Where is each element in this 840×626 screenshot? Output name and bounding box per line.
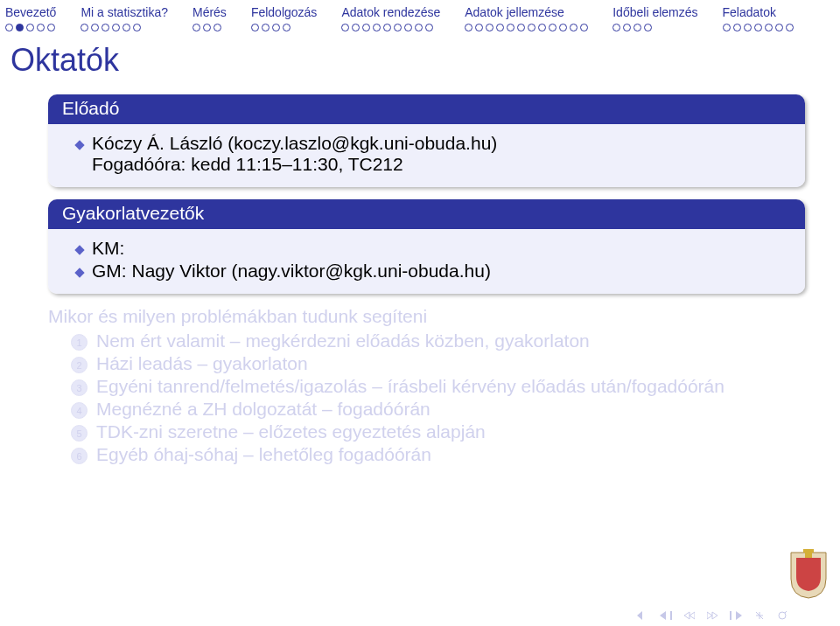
nav-toggle-icon[interactable] (754, 610, 765, 621)
nav-pip[interactable] (352, 24, 360, 31)
nav-pip[interactable] (5, 24, 13, 31)
nav-pip[interactable] (192, 24, 200, 31)
nav-pip[interactable] (415, 24, 423, 31)
nav-pip[interactable] (214, 24, 221, 31)
nav-pip[interactable] (373, 24, 381, 31)
nav-circle-icon[interactable] (777, 610, 788, 621)
nav-pip[interactable] (37, 24, 45, 31)
faded-item: 6Egyéb óhaj-sóhaj – lehetőleg fogadóórán (71, 444, 805, 465)
gm-text: GM: Nagy Viktor (nagy.viktor@kgk.uni-obu… (92, 261, 491, 282)
nav-section-label[interactable]: Adatok jellemzése (465, 3, 564, 22)
faded-content: Mikor és milyen problémákban tudunk segí… (48, 306, 805, 465)
nav-pip[interactable] (580, 24, 588, 31)
nav-section[interactable]: Időbeli elemzés (612, 3, 697, 31)
nav-section-label[interactable]: Feldolgozás (251, 3, 318, 22)
nav-pip[interactable] (26, 24, 34, 31)
bullet-icon (74, 245, 84, 254)
nav-pip[interactable] (383, 24, 391, 31)
nav-pip[interactable] (341, 24, 349, 31)
nav-pip[interactable] (91, 24, 99, 31)
nav-pip[interactable] (80, 24, 88, 31)
nav-pips (465, 24, 588, 31)
faded-item-number: 1 (71, 334, 88, 351)
nav-pip[interactable] (754, 24, 762, 31)
nav-pip[interactable] (765, 24, 773, 31)
nav-pip[interactable] (570, 24, 578, 31)
nav-section-label[interactable]: Időbeli elemzés (612, 3, 697, 22)
nav-pip[interactable] (775, 24, 783, 31)
nav-section-label[interactable]: Mérés (192, 3, 227, 22)
nav-section-label[interactable]: Mi a statisztika? (80, 3, 168, 22)
nav-pip[interactable] (517, 24, 525, 31)
bullet-icon (74, 140, 84, 150)
faded-item: 3Egyéni tanrend/felmetés/igazolás – írás… (71, 376, 805, 397)
section-nav: BevezetőMi a statisztika?MérésFeldolgozá… (0, 0, 840, 31)
nav-section-label[interactable]: Adatok rendezése (341, 3, 440, 22)
nav-pips (192, 24, 221, 31)
nav-pip[interactable] (425, 24, 433, 31)
nav-pip[interactable] (549, 24, 556, 31)
svg-rect-1 (805, 553, 812, 558)
nav-section[interactable]: Feldolgozás (251, 3, 318, 31)
nav-pip[interactable] (644, 24, 652, 31)
nav-pip[interactable] (251, 24, 259, 31)
lecturer-office: Fogadóóra: kedd 11:15–11:30, TC212 (92, 154, 403, 174)
nav-pip[interactable] (634, 24, 641, 31)
instructors-block: Gyakorlatvezetők KM: GM: Nagy Viktor (na… (48, 199, 805, 294)
faded-item: 4Megnézné a ZH dolgozatát – fogadóórán (71, 399, 805, 420)
nav-prev-icon[interactable] (660, 611, 672, 620)
faded-item: 1Nem ért valamit – megkérdezni előadás k… (71, 330, 805, 351)
beamer-nav[interactable] (634, 610, 788, 621)
nav-pip[interactable] (112, 24, 120, 31)
nav-pip[interactable] (362, 24, 370, 31)
nav-pip[interactable] (744, 24, 752, 31)
svg-point-0 (779, 612, 786, 619)
nav-pip[interactable] (283, 24, 290, 31)
nav-pip[interactable] (559, 24, 567, 31)
nav-pip[interactable] (528, 24, 536, 31)
nav-pip[interactable] (486, 24, 494, 31)
gm-row: GM: Nagy Viktor (nagy.viktor@kgk.uni-obu… (66, 261, 788, 282)
nav-section-label[interactable]: Feladatok (723, 3, 776, 22)
nav-pip[interactable] (733, 24, 741, 31)
nav-pip[interactable] (496, 24, 504, 31)
nav-section[interactable]: Adatok rendezése (341, 3, 440, 31)
nav-pip[interactable] (507, 24, 514, 31)
nav-pip[interactable] (475, 24, 483, 31)
nav-next-icon[interactable] (730, 611, 742, 620)
nav-section[interactable]: Feladatok (723, 3, 794, 31)
nav-section[interactable]: Mérés (192, 3, 227, 31)
nav-pip[interactable] (465, 24, 472, 31)
nav-pip[interactable] (47, 24, 55, 31)
nav-pip[interactable] (612, 24, 620, 31)
faded-item-text: Megnézné a ZH dolgozatát – fogadóórán (96, 399, 430, 420)
nav-section[interactable]: Adatok jellemzése (465, 3, 588, 31)
nav-pip[interactable] (122, 24, 130, 31)
nav-pip[interactable] (786, 24, 794, 31)
nav-pip[interactable] (394, 24, 402, 31)
nav-pip[interactable] (723, 24, 731, 31)
lecturer-item: Kóczy Á. László (koczy.laszlo@kgk.uni-ob… (66, 133, 788, 175)
nav-prev-sub-icon[interactable] (684, 611, 695, 620)
nav-pip[interactable] (262, 24, 270, 31)
nav-first-icon[interactable] (634, 611, 648, 620)
nav-pips (341, 24, 433, 31)
faded-item-number: 6 (71, 448, 88, 464)
nav-pip[interactable] (133, 24, 141, 31)
nav-pip[interactable] (16, 24, 24, 31)
nav-pip[interactable] (538, 24, 546, 31)
nav-pip[interactable] (102, 24, 109, 31)
nav-next-sub-icon[interactable] (707, 611, 718, 620)
nav-pip[interactable] (272, 24, 280, 31)
university-crest-icon (788, 549, 830, 600)
nav-pip[interactable] (623, 24, 631, 31)
nav-section[interactable]: Mi a statisztika? (80, 3, 168, 31)
nav-pips (5, 24, 55, 31)
nav-pip[interactable] (404, 24, 412, 31)
nav-section-label[interactable]: Bevezető (5, 3, 56, 22)
bullet-icon (74, 268, 84, 277)
faded-item-number: 4 (71, 402, 88, 419)
nav-pip[interactable] (203, 24, 211, 31)
nav-section[interactable]: Bevezető (5, 3, 56, 31)
faded-item-text: Házi leadás – gyakorlaton (96, 353, 308, 374)
